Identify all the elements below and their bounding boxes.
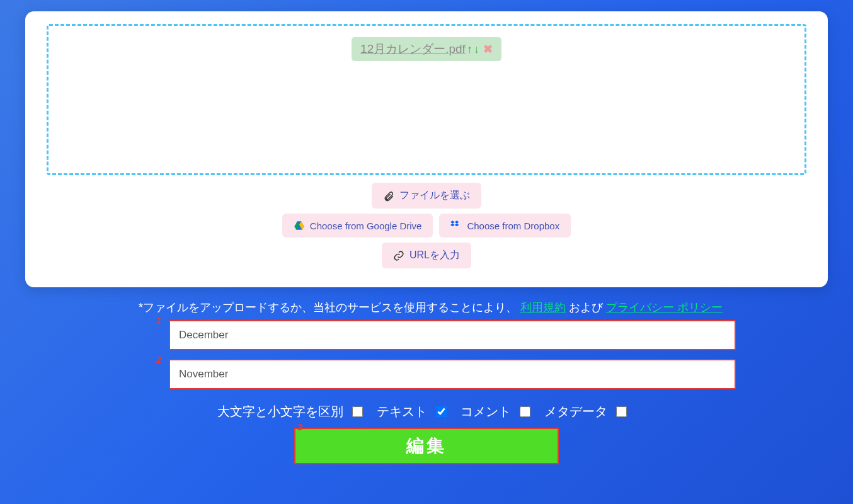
url-input-button[interactable]: URLを入力 <box>382 243 471 268</box>
edit-number: 3 <box>297 421 302 432</box>
url-label: URLを入力 <box>409 249 460 262</box>
uploaded-file-name[interactable]: 12月カレンダー.pdf <box>360 41 466 57</box>
consent-prefix: *ファイルをアップロードするか、当社のサービスを使用することにより、 <box>139 301 517 314</box>
search-input[interactable] <box>169 320 736 350</box>
case-checkbox[interactable] <box>352 406 363 417</box>
google-drive-icon <box>294 220 305 231</box>
choose-file-button[interactable]: ファイルを選ぶ <box>372 183 481 209</box>
remove-file-icon[interactable]: ✖ <box>483 42 493 56</box>
edit-button-row: 3 編集 <box>25 428 828 464</box>
text-label: テキスト <box>377 403 427 420</box>
url-row: URLを入力 <box>47 243 806 268</box>
field-2-number: 2 <box>156 354 161 365</box>
field-1-number: 1 <box>156 315 161 326</box>
paperclip-icon <box>383 190 394 202</box>
comment-label: コメント <box>461 403 511 420</box>
text-checkbox[interactable] <box>436 406 447 417</box>
google-drive-button[interactable]: Choose from Google Drive <box>282 214 433 238</box>
dropbox-icon <box>450 220 462 231</box>
choose-file-label: ファイルを選ぶ <box>399 189 470 202</box>
privacy-link[interactable]: プライバシー ポリシー <box>606 301 723 314</box>
cloud-row: Choose from Google Drive Choose from Dro… <box>47 214 806 238</box>
comment-checkbox[interactable] <box>520 406 530 417</box>
upload-card: 12月カレンダー.pdf ↑ ↓ ✖ ファイルを選ぶ Choose from G… <box>25 11 828 287</box>
dropzone[interactable]: 12月カレンダー.pdf ↑ ↓ ✖ <box>47 24 806 175</box>
options-row: 大文字と小文字を区別 テキスト コメント メタデータ <box>25 403 828 420</box>
dropbox-button[interactable]: Choose from Dropbox <box>439 214 571 238</box>
move-down-icon[interactable]: ↓ <box>474 43 479 56</box>
edit-button[interactable]: 編集 <box>294 428 559 464</box>
case-label: 大文字と小文字を区別 <box>217 403 343 420</box>
move-up-icon[interactable]: ↑ <box>467 43 472 56</box>
consent-text: *ファイルをアップロードするか、当社のサービスを使用することにより、 利用規約 … <box>139 300 828 315</box>
choose-file-row: ファイルを選ぶ <box>47 183 806 209</box>
replace-field-row: 2 <box>139 359 828 389</box>
metadata-label: メタデータ <box>544 403 607 420</box>
metadata-checkbox[interactable] <box>616 406 627 417</box>
uploaded-file-pill: 12月カレンダー.pdf ↑ ↓ ✖ <box>352 37 501 61</box>
google-drive-label: Choose from Google Drive <box>310 220 422 231</box>
consent-and: および <box>569 301 606 314</box>
search-field-row: 1 <box>139 320 828 350</box>
dropbox-label: Choose from Dropbox <box>467 220 559 231</box>
replace-input[interactable] <box>169 359 736 389</box>
link-icon <box>393 250 404 261</box>
terms-link[interactable]: 利用規約 <box>520 301 566 314</box>
